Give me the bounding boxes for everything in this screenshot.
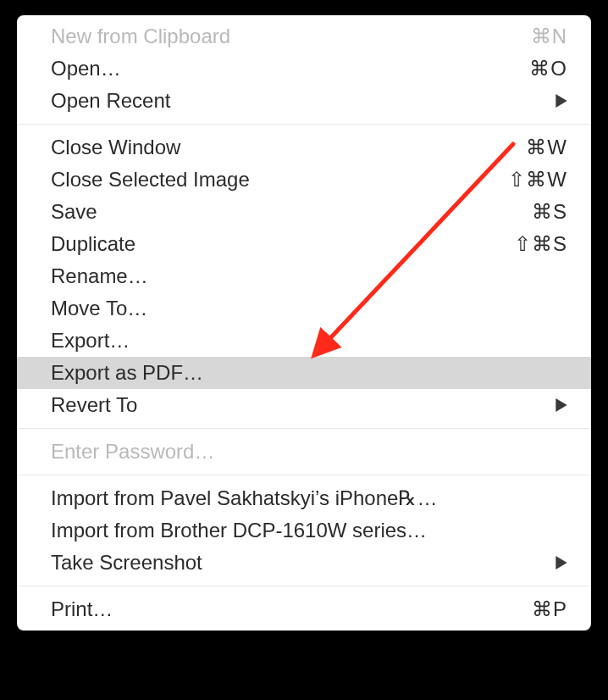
menu-item-label: Revert To — [51, 393, 547, 417]
menu-item-move-to[interactable]: Move To… — [17, 292, 591, 325]
menu-item-label: Export… — [51, 329, 567, 353]
menu-item-import-iphone[interactable]: Import from Pavel Sakhatskyi’s iPhone℞… — [17, 482, 591, 514]
menu-item-shortcut: ⌘P — [491, 597, 567, 621]
menu-item-label: Rename… — [51, 264, 567, 288]
menu-item-take-screenshot[interactable]: Take Screenshot — [17, 547, 591, 579]
menu-item-enter-password: Enter Password… — [17, 436, 591, 468]
menu-item-close-selected-image[interactable]: Close Selected Image⇧⌘W — [17, 164, 591, 196]
menu-item-shortcut: ⌘N — [491, 25, 567, 48]
menu-item-label: New from Clipboard — [51, 25, 491, 48]
menu-item-shortcut: ⌘S — [491, 200, 567, 224]
menu-item-shortcut: ⌘W — [491, 136, 567, 159]
menu-item-export[interactable]: Export… — [17, 325, 591, 357]
menu-item-label: Enter Password… — [51, 440, 567, 464]
svg-marker-0 — [555, 94, 567, 108]
svg-marker-1 — [555, 398, 567, 412]
menu-separator — [19, 586, 589, 586]
submenu-arrow-icon — [547, 556, 567, 569]
svg-marker-2 — [555, 556, 567, 569]
submenu-arrow-icon — [547, 94, 567, 108]
menu-item-label: Export as PDF… — [51, 361, 567, 385]
submenu-arrow-icon — [547, 398, 567, 412]
menu-item-label: Print… — [51, 597, 491, 621]
menu-item-close-window[interactable]: Close Window⌘W — [17, 131, 591, 164]
menu-item-export-as-pdf[interactable]: Export as PDF… — [17, 357, 591, 389]
menu-item-import-brother[interactable]: Import from Brother DCP-1610W series… — [17, 514, 591, 547]
menu-separator — [19, 428, 589, 429]
menu-item-open-recent[interactable]: Open Recent — [17, 85, 591, 117]
menu-item-label: Duplicate — [51, 232, 491, 256]
menu-item-label: Take Screenshot — [51, 551, 547, 575]
menu-item-label: Open Recent — [51, 89, 547, 113]
menu-item-rename[interactable]: Rename… — [17, 260, 591, 292]
menu-item-shortcut: ⌘O — [491, 57, 567, 81]
menu-item-label: Import from Pavel Sakhatskyi’s iPhone℞… — [51, 486, 567, 510]
menu-separator — [19, 124, 589, 125]
context-menu: New from Clipboard⌘NOpen…⌘OOpen RecentCl… — [17, 15, 591, 631]
menu-separator — [19, 475, 589, 475]
menu-item-save[interactable]: Save⌘S — [17, 196, 591, 228]
screenshot-root: New from Clipboard⌘NOpen…⌘OOpen RecentCl… — [0, 0, 608, 700]
menu-item-label: Save — [51, 200, 491, 224]
menu-item-label: Open… — [51, 57, 491, 81]
menu-item-revert-to[interactable]: Revert To — [17, 389, 591, 421]
menu-item-label: Import from Brother DCP-1610W series… — [51, 519, 567, 542]
menu-item-duplicate[interactable]: Duplicate⇧⌘S — [17, 228, 591, 260]
menu-item-shortcut: ⇧⌘W — [491, 168, 567, 192]
menu-item-shortcut: ⇧⌘S — [491, 232, 567, 256]
menu-item-label: Close Selected Image — [51, 168, 491, 192]
menu-item-new-from-clipboard: New from Clipboard⌘N — [17, 20, 591, 53]
menu-item-label: Move To… — [51, 297, 567, 320]
menu-item-open[interactable]: Open…⌘O — [17, 53, 591, 85]
menu-item-label: Close Window — [51, 136, 491, 159]
menu-item-print[interactable]: Print…⌘P — [17, 593, 591, 625]
